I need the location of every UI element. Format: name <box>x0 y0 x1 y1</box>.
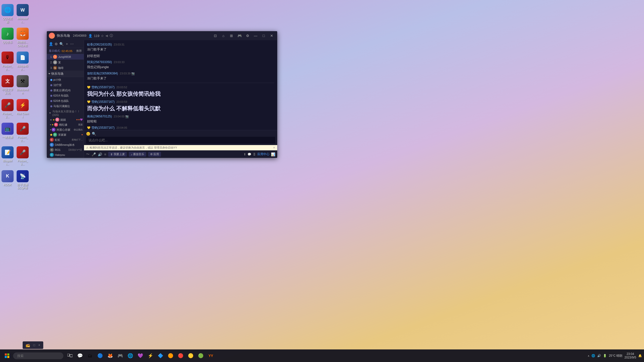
sidebar-sort-time[interactable]: 02:45:05 <box>62 50 72 53</box>
desktop-icon-qq-browser[interactable]: 🌐 QQ浏览器 <box>0 3 15 25</box>
desktop-icon-kook[interactable]: K KOOK <box>0 169 15 191</box>
taskbar-icon-app4[interactable]: 🟢 <box>196 351 205 360</box>
yy-info-icon[interactable]: ⓘ <box>110 33 113 38</box>
list-item-ro1[interactable]: R RO1 【目目(C'V'*)】 <box>47 147 84 152</box>
channel-item-2[interactable]: 2. 某 某 <box>47 60 84 65</box>
list-item-jungl438[interactable]: J Jungl438 <box>47 157 84 158</box>
list-item-honghong[interactable]: 虹 虹虹 夜晚灯下... <box>47 137 84 142</box>
emoji-settings-icon[interactable]: 💬 <box>248 153 251 156</box>
emoji-btn[interactable]: 😊 <box>86 132 90 136</box>
yy-star-icon[interactable]: ☆ <box>101 34 104 38</box>
speaker-icon[interactable]: 🔊 <box>98 152 102 156</box>
avatar-dabb: D <box>50 143 54 147</box>
channel-zhiliao[interactable]: 治疗室 <box>47 82 84 88</box>
sidebar-add-icon[interactable]: ＋ <box>65 42 69 46</box>
search-emoji-btn[interactable]: 🔍 <box>92 132 96 136</box>
channel-pengyou[interactable]: 朋友云调试(4) <box>47 88 84 93</box>
shang-mai-btn[interactable]: 🎙 我要上麦 <box>108 152 127 157</box>
chat-messages[interactable]: 蚊香(2062163105) 23:03:31 冷门歌手来了 好听想听 阿寅(2… <box>84 40 277 130</box>
desktop-icon-podum1[interactable]: 🎙 Podum_2... <box>0 50 15 73</box>
desktop-icon-podum3[interactable]: 🎤 Podum_2... <box>15 121 30 144</box>
taskbar-icon-steam[interactable]: 🎮 <box>116 351 125 360</box>
desktop-icon-podum2[interactable]: 🎤 Podum_2... <box>0 98 15 120</box>
apply-btn[interactable]: ⚙ 应用 <box>148 152 161 157</box>
desktop-icon-b34[interactable]: 📄 b34bp452... <box>15 50 30 73</box>
taskbar-icon-chat[interactable]: 💬 <box>75 351 85 360</box>
desktop-icon-qqmusic[interactable]: ♪ QQ音乐 <box>0 26 15 49</box>
tray-notification-icon[interactable]: 🔔 <box>638 354 642 357</box>
equalizer-icon[interactable]: ≡ <box>104 152 106 156</box>
yy-minimize-btn[interactable]: — <box>252 33 259 39</box>
taskbar-icon-discord[interactable]: 💜 <box>136 351 145 360</box>
desktop-icon-jianyou[interactable]: 🦊 阿狸出...ONLINE <box>15 26 30 49</box>
tray-expand-icon[interactable]: ∧ <box>588 354 589 357</box>
gold-icon-5: 💛 <box>87 86 91 89</box>
warning-close-btn[interactable]: ✕ <box>273 146 275 149</box>
send-icon[interactable]: ⬆ <box>244 153 246 156</box>
list-item-haloyou[interactable]: H Haloyou <box>47 152 84 157</box>
yy-share-icon[interactable]: ⊲ <box>105 34 108 38</box>
sidebar-recommend-btn[interactable]: 推荐 <box>76 49 82 53</box>
channel-620a[interactable]: 620大专战队 <box>47 93 84 98</box>
list-item-xianzhi[interactable]: ● 闲 闲置心存家 你让我出 <box>47 127 84 132</box>
taskbar-search-input[interactable] <box>13 352 63 359</box>
desktop-icon-scqp[interactable]: 📡 告子直播SCQP库 <box>15 169 30 191</box>
music-btn[interactable]: ♪ 播放音乐 <box>129 152 146 157</box>
yy-settings-btn[interactable]: ⚙ <box>244 33 251 39</box>
taskbar-icon-task-view[interactable] <box>65 351 74 360</box>
msg-icon-7: 📷 <box>125 115 129 118</box>
list-item-jiejie[interactable]: ★ ★ 姐 姐姐 ★★💜 <box>47 117 84 122</box>
channel-group-kuaile[interactable]: 快乐马场 <box>47 71 84 77</box>
chat-input-field[interactable] <box>86 137 275 144</box>
desktop-icon-chinese[interactable]: 文 中国文字文化 <box>0 74 15 96</box>
taskbar-icon-game1[interactable]: ⚡ <box>146 351 155 360</box>
yy-close-btn[interactable]: ✕ <box>268 33 275 39</box>
taskbar-icon-game2[interactable]: 🔷 <box>156 351 165 360</box>
desktop-icon-riot[interactable]: ⚡ Riot Client <box>15 98 30 120</box>
mic-icon[interactable]: 🎤 <box>92 152 96 156</box>
channel-manchuan[interactable]: 马场川满频位 <box>47 104 84 109</box>
desktop-icon-podum4[interactable]: 🎤 Podum_2... <box>15 145 30 167</box>
yy-channel-name: 快乐马场 <box>57 33 70 38</box>
desktop-icon-blog[interactable]: 📝 Blogdeli... <box>0 145 15 167</box>
msg-line-1: 蚊香(2062163105) 23:03:31 冷门歌手来了 <box>87 42 274 52</box>
sidebar-settings-icon[interactable]: ⚙ <box>55 42 58 46</box>
desktop-icon-word[interactable]: W Microsoft... <box>15 3 30 25</box>
mic-settings-icon[interactable]: 🎛 <box>253 153 256 156</box>
yy-screen-share-btn[interactable]: ⊡ <box>212 33 219 39</box>
taskbar-icon-edge[interactable]: 🔵 <box>96 351 105 360</box>
sidebar-more-icon[interactable]: ⋯ <box>70 42 74 46</box>
channel-pi[interactable]: pi小快 <box>47 77 84 82</box>
taskbar-icon-chrome[interactable]: 🌐 <box>126 351 135 360</box>
yy-grid-btn[interactable]: ⊞ <box>228 33 235 39</box>
yy-maximize-btn[interactable]: □ <box>260 33 267 39</box>
tray-network-icon[interactable]: 🌐 <box>591 354 595 357</box>
yy-home-btn[interactable]: ⌂ <box>220 33 227 39</box>
channel-item-1[interactable]: 1. J Jungl4838 <box>47 54 84 60</box>
taskbar-clock[interactable]: 23:04 2023/9/5 <box>624 352 636 359</box>
desktop-icon-yanjin[interactable]: 📺 一键直播 <box>0 121 15 144</box>
mini-close-btn[interactable]: □ <box>33 343 35 347</box>
taskbar-icon-yy[interactable]: YY <box>206 351 215 360</box>
chart-icon[interactable]: 📊 <box>271 152 275 156</box>
channel-item-3[interactable]: 3. 咖 咖啡 <box>47 65 84 71</box>
app-center-btn[interactable]: 应用中心 <box>257 152 269 156</box>
desktop-icon-blacksmith[interactable]: ⚒ Blacksmith <box>15 74 30 96</box>
taskbar-icon-app3[interactable]: 🟡 <box>186 351 195 360</box>
start-button[interactable] <box>2 351 12 361</box>
sub-group-header[interactable]: ▼ 马场水友大群发会！！(315) <box>47 109 84 117</box>
taskbar-icon-app1[interactable]: 🟠 <box>166 351 175 360</box>
list-item-taohong[interactable]: ● ★ 桃 桃红缘 我害 <box>47 122 84 127</box>
taskbar-icon-app2[interactable]: 🔴 <box>176 351 185 360</box>
mini-x-btn[interactable]: × <box>38 343 40 347</box>
sidebar-search-icon[interactable]: 🔍 <box>59 42 64 46</box>
channel-620b[interactable]: 620木仓战队 <box>47 98 84 104</box>
taskbar-icon-firefox[interactable]: 🦊 <box>106 351 115 360</box>
tray-volume-icon[interactable]: 🔊 <box>597 354 601 357</box>
sidebar-scroll[interactable]: 1. J Jungl4838 2. 某 某 3. 咖 咖啡 快乐马场 <box>47 54 84 158</box>
taskbar-icon-files[interactable]: 🗂 <box>86 351 95 360</box>
list-item-dabb[interactable]: D DABBmeng加水 <box>47 142 84 147</box>
task-view-icon <box>67 354 72 358</box>
yy-game-btn[interactable]: 🎮 <box>236 33 243 39</box>
list-item-songjia[interactable]: ⭐ 宋 宋家家 ♥ <box>47 132 84 137</box>
